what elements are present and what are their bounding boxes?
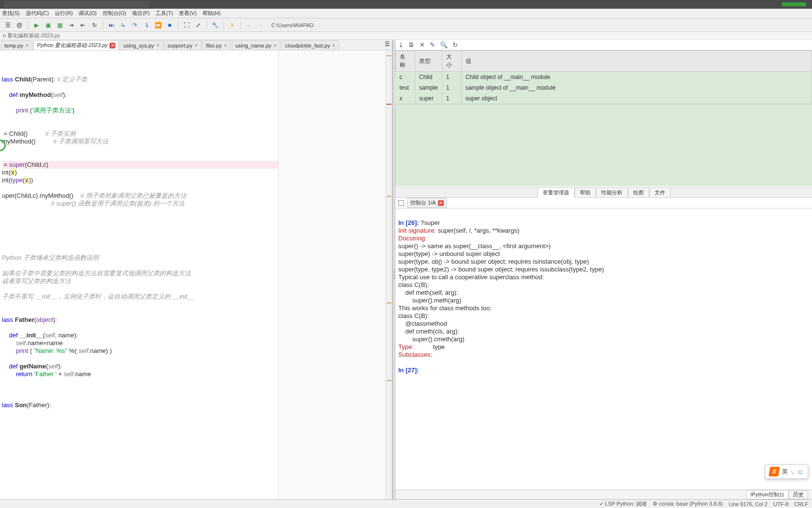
- run-to-line-icon[interactable]: ⇤: [78, 20, 88, 30]
- pane-tab[interactable]: 变量管理器: [537, 188, 575, 198]
- code-line[interactable]: 或者重写父类的构造方法: [2, 277, 278, 285]
- code-line[interactable]: [2, 145, 278, 153]
- tabs-menu-icon[interactable]: ☰: [385, 41, 390, 48]
- run-cell-advance-icon[interactable]: ▦: [55, 20, 64, 30]
- code-line[interactable]: [2, 285, 278, 293]
- close-tab-icon[interactable]: ✕: [109, 43, 115, 48]
- code-line[interactable]: print ( "Name: %s" %( self.name) ): [2, 347, 278, 355]
- code-line[interactable]: def __init__(self, name):: [2, 332, 278, 339]
- ime-emoji-icon[interactable]: ☺: [797, 468, 804, 476]
- var-row[interactable]: xsuper1super object: [396, 93, 812, 104]
- code-line[interactable]: [2, 215, 278, 223]
- var-row[interactable]: testsample1sample object of __main__ mod…: [396, 82, 812, 93]
- code-line[interactable]: lass Father(object):: [2, 316, 278, 324]
- editor-tab[interactable]: using_name.py✕: [232, 40, 281, 50]
- ime-indicator[interactable]: S 英 ·, ☺: [765, 464, 808, 479]
- delete-icon[interactable]: ✕: [420, 41, 425, 48]
- variable-explorer[interactable]: 名称类型大小值cChild1Child object of __main__ m…: [395, 50, 812, 187]
- menu-item[interactable]: 源代码(C): [26, 10, 49, 17]
- vertical-splitter[interactable]: [392, 40, 395, 499]
- var-header[interactable]: 名称: [396, 51, 415, 72]
- pane-tab[interactable]: 帮助: [575, 188, 596, 197]
- debug-into-icon[interactable]: ↳: [118, 20, 128, 30]
- python-path-icon[interactable]: ⚕: [227, 20, 237, 30]
- forward-icon[interactable]: →: [256, 20, 265, 30]
- code-line[interactable]: [2, 386, 278, 394]
- code-line[interactable]: [2, 231, 278, 238]
- code-line[interactable]: [2, 308, 278, 316]
- close-tab-icon[interactable]: ✕: [273, 43, 277, 48]
- scroll-minimap[interactable]: [385, 50, 392, 499]
- code-editor[interactable]: lass Child(Parent): # 定义子类 def myMethod(…: [0, 50, 279, 499]
- run-icon[interactable]: ▶: [31, 20, 41, 30]
- debug-out-icon[interactable]: ↴: [141, 20, 151, 30]
- code-line[interactable]: lass Son(Father):: [2, 401, 278, 409]
- console-layout-icon[interactable]: [398, 200, 404, 206]
- code-line[interactable]: int(x): [2, 169, 278, 176]
- code-line[interactable]: [2, 83, 278, 91]
- close-tab-icon[interactable]: ✕: [332, 43, 336, 48]
- editor-tab[interactable]: Python 量化编程基础-2023.py✕: [33, 40, 119, 50]
- code-line[interactable]: [2, 122, 278, 130]
- back-icon[interactable]: ←: [244, 20, 254, 30]
- var-header[interactable]: 大小: [442, 51, 461, 72]
- editor-tab[interactable]: using_sys.py✕: [120, 40, 163, 50]
- menu-item[interactable]: 查看(V): [179, 10, 197, 17]
- rerun-icon[interactable]: ↻: [90, 20, 99, 30]
- close-tab-icon[interactable]: ✕: [156, 43, 160, 48]
- code-line[interactable]: [2, 246, 278, 254]
- editor-tab[interactable]: cloudpickle_fast.py✕: [281, 40, 339, 50]
- refresh-icon[interactable]: ↻: [453, 41, 458, 48]
- code-line[interactable]: myMethod() # 子类调用重写方法: [2, 138, 278, 145]
- code-line[interactable]: # super() 函数是用于调用父类(超类) 的一个方法: [2, 200, 278, 207]
- run-cell-icon[interactable]: ▣: [43, 20, 53, 30]
- menu-item[interactable]: 运行(R): [55, 10, 73, 17]
- code-line[interactable]: print ('调用子类方法'): [2, 107, 278, 114]
- code-line[interactable]: [2, 114, 278, 122]
- menu-item[interactable]: 调试(D): [78, 10, 96, 17]
- bottom-tab[interactable]: 历史: [789, 490, 808, 499]
- code-line[interactable]: = super(Child,c): [2, 161, 278, 169]
- code-line[interactable]: [2, 153, 278, 161]
- code-line[interactable]: def myMethod(self):: [2, 91, 278, 99]
- var-header[interactable]: 值: [461, 51, 812, 72]
- menu-item[interactable]: 查找(S): [2, 10, 20, 17]
- code-line[interactable]: [2, 223, 278, 231]
- code-line[interactable]: 子类不重写 __init__，实例化子类时，会自动调用父类定义的 __init_…: [2, 293, 278, 301]
- menu-item[interactable]: 项目(P): [132, 10, 150, 17]
- close-tab-icon[interactable]: ✕: [25, 43, 29, 48]
- code-line[interactable]: = Child() # 子类实例: [2, 130, 278, 138]
- outline-toggle-icon[interactable]: ☰: [3, 20, 13, 30]
- code-line[interactable]: [2, 378, 278, 386]
- preferences-icon[interactable]: 🔧: [210, 20, 220, 30]
- bottom-tab[interactable]: IPython控制台: [746, 490, 789, 499]
- ipython-console[interactable]: In [26]: ?superInit signature: super(sel…: [395, 208, 812, 490]
- pane-tab[interactable]: 性能分析: [596, 188, 628, 197]
- code-line[interactable]: [2, 207, 278, 215]
- maximize-icon[interactable]: ⛶: [182, 20, 191, 30]
- editor-tab[interactable]: support.py✕: [164, 40, 202, 50]
- code-line[interactable]: [2, 301, 278, 308]
- code-line[interactable]: [2, 262, 278, 270]
- code-line[interactable]: [2, 238, 278, 246]
- debug-stop-icon[interactable]: ■: [165, 20, 174, 30]
- console-tab[interactable]: 控制台 1/A ✕: [407, 198, 447, 208]
- search-icon[interactable]: 🔍: [440, 41, 448, 48]
- code-line[interactable]: return 'Father ' + self.name: [2, 370, 278, 378]
- menu-item[interactable]: 控制台(O): [103, 10, 126, 17]
- debug-continue-icon[interactable]: ⏩: [153, 20, 163, 30]
- save-as-icon[interactable]: 🗎: [408, 41, 415, 48]
- var-row[interactable]: cChild1Child object of __main__ module: [396, 72, 812, 83]
- code-line[interactable]: lass Child(Parent): # 定义子类: [2, 76, 278, 83]
- menu-item[interactable]: 帮助(H): [203, 10, 220, 17]
- code-line[interactable]: self.name=name: [2, 339, 278, 347]
- close-tab-icon[interactable]: ✕: [194, 43, 198, 48]
- pane-tab[interactable]: 文件: [649, 188, 671, 197]
- run-selection-icon[interactable]: ⇥: [66, 20, 76, 30]
- at-icon[interactable]: @: [15, 20, 24, 30]
- editor-tab[interactable]: fibo.py✕: [203, 40, 231, 50]
- debug-step-icon[interactable]: ⏭: [107, 20, 116, 30]
- code-line[interactable]: [2, 324, 278, 332]
- code-line[interactable]: Python 子类继承父类构造函数说明: [2, 254, 278, 262]
- code-line[interactable]: int(type(x)): [2, 176, 278, 184]
